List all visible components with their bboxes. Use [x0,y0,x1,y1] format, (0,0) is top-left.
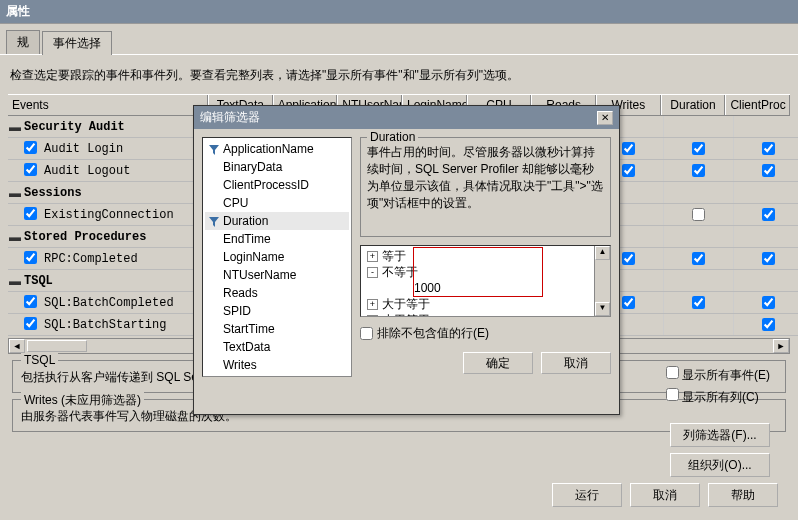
event-checkbox-cell[interactable] [22,141,38,157]
event-checkbox-cell[interactable] [22,207,38,223]
filter-column-item[interactable]: SPID [205,302,349,320]
hscroll-right-btn[interactable]: ► [773,339,789,353]
column-checkbox[interactable] [692,252,705,265]
event-category-row[interactable]: ▬Stored Procedures [8,226,174,248]
column-checkbox[interactable] [692,142,705,155]
event-item-row[interactable]: ExistingConnection [8,204,174,226]
filter-column-item[interactable]: Writes [205,356,349,374]
column-checkbox[interactable] [762,318,775,331]
expand-toggle[interactable]: ▬ [8,186,22,200]
event-checkbox[interactable] [24,141,37,154]
column-checkbox[interactable] [692,296,705,309]
tree-expand-icon[interactable]: - [367,267,378,278]
show-all-events-label[interactable]: 显示所有事件(E) [666,366,770,384]
expand-toggle[interactable]: ▬ [8,230,22,244]
check-cell[interactable] [664,160,734,181]
check-cell[interactable] [734,292,798,313]
column-checkbox[interactable] [762,296,775,309]
tree-expand-icon[interactable]: + [367,251,378,262]
event-checkbox[interactable] [24,207,37,220]
filter-tree[interactable]: +等于-不等于1000+大于等于+小于等于 ▲ ▼ [360,245,611,317]
filter-column-item[interactable]: Duration [205,212,349,230]
check-cell[interactable] [664,314,734,335]
column-checkbox[interactable] [622,296,635,309]
dialog-close-button[interactable]: ✕ [597,111,613,125]
filter-tree-vscroll[interactable]: ▲ ▼ [594,246,610,316]
check-cell[interactable] [734,138,798,159]
filter-column-item[interactable]: NTUserName [205,266,349,284]
event-item-row[interactable]: SQL:BatchStarting [8,314,174,336]
column-checkbox[interactable] [762,252,775,265]
column-header[interactable]: Duration [661,95,726,115]
tree-expand-icon[interactable]: + [367,299,378,310]
check-cell[interactable] [734,182,798,203]
check-cell[interactable] [734,116,798,137]
event-checkbox-cell[interactable] [22,317,38,333]
event-category-row[interactable]: ▬TSQL [8,270,174,292]
filter-column-item[interactable]: BinaryData [205,158,349,176]
event-category-row[interactable]: ▬Sessions [8,182,174,204]
column-checkbox[interactable] [692,164,705,177]
event-checkbox-cell[interactable] [22,251,38,267]
check-cell[interactable] [664,226,734,247]
event-checkbox-cell[interactable] [22,163,38,179]
column-checkbox[interactable] [622,142,635,155]
expand-toggle[interactable]: ▬ [8,274,22,288]
column-checkbox[interactable] [622,164,635,177]
hscroll-left-btn[interactable]: ◄ [9,339,25,353]
check-cell[interactable] [734,226,798,247]
run-button[interactable]: 运行 [552,483,622,507]
filter-column-item[interactable]: TextData [205,338,349,356]
column-checkbox[interactable] [762,208,775,221]
filter-tree-row[interactable]: +等于 [363,248,608,264]
check-cell[interactable] [734,270,798,291]
event-checkbox[interactable] [24,317,37,330]
filter-column-item[interactable]: StartTime [205,320,349,338]
check-cell[interactable] [664,138,734,159]
show-all-columns-checkbox[interactable] [666,388,679,401]
show-all-events-checkbox[interactable] [666,366,679,379]
event-item-row[interactable]: SQL:BatchCompleted [8,292,174,314]
tree-expand-icon[interactable]: + [367,315,378,318]
vscroll-down-btn[interactable]: ▼ [595,302,610,316]
column-header[interactable]: ClientProc [725,95,790,115]
help-button[interactable]: 帮助 [708,483,778,507]
column-checkbox[interactable] [692,208,705,221]
event-checkbox-cell[interactable] [22,295,38,311]
column-filter-button[interactable]: 列筛选器(F)... [670,423,770,447]
dialog-ok-button[interactable]: 确定 [463,352,533,374]
cancel-button[interactable]: 取消 [630,483,700,507]
check-cell[interactable] [664,292,734,313]
check-cell[interactable] [664,248,734,269]
tab-general[interactable]: 规 [6,30,40,54]
organize-columns-button[interactable]: 组织列(O)... [670,453,770,477]
check-cell[interactable] [734,204,798,225]
filter-column-list[interactable]: ApplicationNameBinaryDataClientProcessID… [202,137,352,377]
filter-column-item[interactable]: ApplicationName [205,140,349,158]
column-checkbox[interactable] [762,142,775,155]
vscroll-up-btn[interactable]: ▲ [595,246,610,260]
event-item-row[interactable]: Audit Login [8,138,174,160]
filter-tree-row[interactable]: 1000 [363,280,608,296]
column-checkbox[interactable] [762,164,775,177]
filter-column-item[interactable]: LoginName [205,248,349,266]
event-checkbox[interactable] [24,295,37,308]
check-cell[interactable] [664,182,734,203]
filter-column-item[interactable]: EndTime [205,230,349,248]
check-cell[interactable] [734,248,798,269]
exclude-no-value-checkbox[interactable] [360,327,373,340]
filter-column-item[interactable]: Reads [205,284,349,302]
show-all-columns-label[interactable]: 显示所有列(C) [666,388,770,406]
filter-column-item[interactable]: ClientProcessID [205,176,349,194]
dialog-cancel-button[interactable]: 取消 [541,352,611,374]
filter-tree-row[interactable]: +小于等于 [363,312,608,317]
event-item-row[interactable]: Audit Logout [8,160,174,182]
filter-tree-row[interactable]: -不等于 [363,264,608,280]
check-cell[interactable] [734,314,798,335]
check-cell[interactable] [734,160,798,181]
filter-tree-row[interactable]: +大于等于 [363,296,608,312]
check-cell[interactable] [664,204,734,225]
event-item-row[interactable]: RPC:Completed [8,248,174,270]
filter-column-item[interactable]: CPU [205,194,349,212]
event-checkbox[interactable] [24,163,37,176]
